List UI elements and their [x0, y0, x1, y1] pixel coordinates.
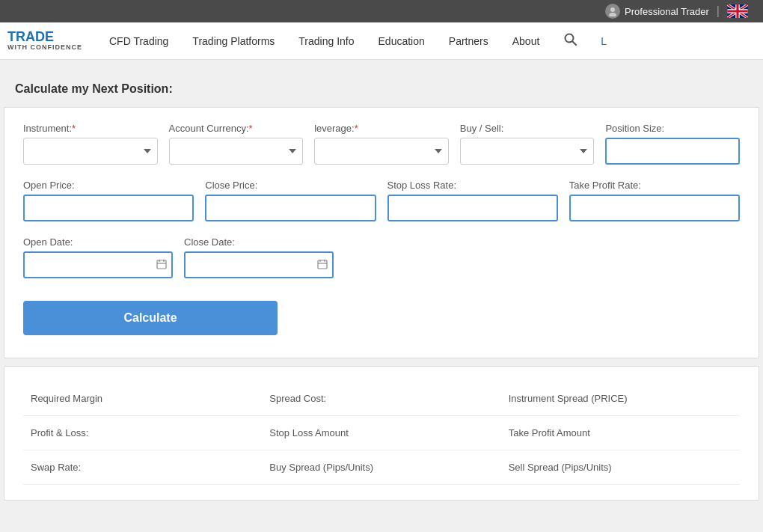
account-currency-group: Account Currency:*	[169, 123, 304, 165]
open-price-group: Open Price:	[23, 180, 194, 221]
result-spread-cost: Spread Cost:	[262, 382, 500, 416]
login-button[interactable]: L	[589, 35, 619, 47]
user-account[interactable]: Professional Trader	[605, 4, 709, 19]
navigation: TRADE WITH CONFIDENCE CFD Trading Tradin…	[0, 22, 763, 60]
close-price-input[interactable]	[205, 195, 376, 221]
open-date-input[interactable]	[23, 251, 173, 278]
result-swap-rate: Swap Rate:	[23, 450, 262, 485]
buy-sell-group: Buy / Sell:	[460, 123, 595, 165]
search-icon[interactable]	[551, 32, 589, 49]
account-currency-label: Account Currency:*	[169, 123, 304, 134]
result-instrument-spread: Instrument Spread (PRICE)	[501, 382, 740, 416]
result-take-profit-amount: Take Profit Amount	[501, 416, 740, 450]
position-size-input[interactable]	[605, 138, 740, 165]
buy-sell-label: Buy / Sell:	[460, 123, 595, 134]
logo-line1: TRADE	[7, 30, 82, 45]
svg-line-4	[573, 42, 577, 46]
svg-point-0	[610, 7, 615, 12]
leverage-select[interactable]	[314, 138, 449, 165]
nav-item-platforms[interactable]: Trading Platforms	[180, 22, 286, 60]
position-size-label: Position Size:	[605, 123, 740, 134]
open-price-label: Open Price:	[23, 180, 194, 191]
result-stop-loss-amount: Stop Loss Amount	[262, 416, 500, 450]
open-date-label: Open Date:	[23, 236, 173, 248]
top-bar: Professional Trader |	[0, 0, 763, 22]
leverage-label: leverage:*	[314, 123, 449, 134]
close-date-label: Close Date:	[184, 236, 334, 248]
result-required-margin: Required Margin	[23, 382, 262, 416]
form-row-2: Open Price: Close Price: Stop Loss Rate:…	[23, 180, 740, 221]
main-content: Calculate my Next Position: Instrument:*…	[0, 60, 763, 516]
logo[interactable]: TRADE WITH CONFIDENCE	[7, 30, 82, 52]
close-price-label: Close Price:	[205, 180, 376, 191]
close-date-wrapper	[184, 251, 334, 278]
section-title: Calculate my Next Position:	[0, 75, 763, 107]
nav-item-partners[interactable]: Partners	[437, 22, 500, 60]
nav-item-about[interactable]: About	[500, 22, 552, 60]
user-label: Professional Trader	[625, 6, 709, 17]
stop-loss-label: Stop Loss Rate:	[387, 180, 558, 191]
results-card: Required Margin Spread Cost: Instrument …	[4, 366, 759, 501]
form-row-1: Instrument:* Account Currency:* leverage…	[23, 123, 740, 165]
leverage-group: leverage:*	[314, 123, 449, 165]
account-currency-select[interactable]	[169, 138, 304, 165]
user-icon	[605, 4, 620, 19]
svg-point-1	[609, 13, 616, 16]
result-buy-spread: Buy Spread (Pips/Units)	[262, 450, 500, 485]
close-date-group: Close Date:	[184, 236, 334, 278]
buy-sell-select[interactable]	[460, 138, 595, 165]
close-price-group: Close Price:	[205, 180, 376, 221]
stop-loss-input[interactable]	[387, 195, 558, 221]
flag-icon[interactable]	[727, 4, 748, 18]
calculator-card: Instrument:* Account Currency:* leverage…	[4, 107, 759, 358]
open-date-group: Open Date:	[23, 236, 173, 278]
calculate-button[interactable]: Calculate	[23, 301, 278, 335]
take-profit-label: Take Profit Rate:	[569, 180, 740, 191]
result-profit-loss: Profit & Loss:	[23, 416, 262, 450]
take-profit-group: Take Profit Rate:	[569, 180, 740, 221]
instrument-label: Instrument:*	[23, 123, 158, 134]
instrument-group: Instrument:*	[23, 123, 158, 165]
close-date-input[interactable]	[184, 251, 334, 278]
position-size-group: Position Size:	[605, 123, 740, 165]
open-price-input[interactable]	[23, 195, 194, 221]
nav-item-info[interactable]: Trading Info	[286, 22, 366, 60]
results-grid: Required Margin Spread Cost: Instrument …	[23, 382, 740, 485]
nav-items: CFD Trading Trading Platforms Trading In…	[97, 22, 763, 60]
stop-loss-group: Stop Loss Rate:	[387, 180, 558, 221]
result-sell-spread: Sell Spread (Pips/Units)	[501, 450, 740, 485]
nav-item-cfd[interactable]: CFD Trading	[97, 22, 180, 60]
instrument-select[interactable]	[23, 138, 158, 165]
take-profit-input[interactable]	[569, 195, 740, 221]
nav-item-education[interactable]: Education	[367, 22, 437, 60]
logo-line2: WITH CONFIDENCE	[7, 44, 82, 52]
form-row-3: Open Date: Close Date:	[23, 236, 740, 278]
open-date-wrapper	[23, 251, 173, 278]
divider: |	[717, 4, 720, 18]
